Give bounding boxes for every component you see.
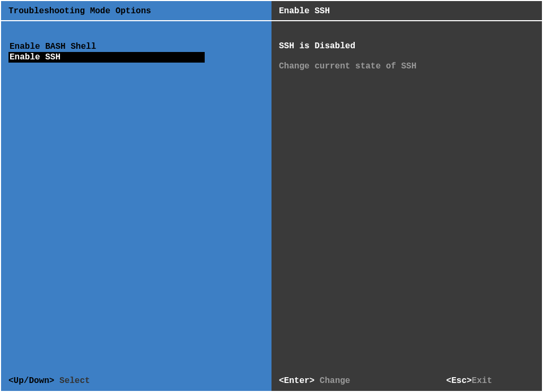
menu-item-bash[interactable]: Enable BASH Shell <box>8 41 205 52</box>
updown-action: Select <box>54 376 90 386</box>
esc-key: <Esc> <box>446 376 472 386</box>
updown-key: <Up/Down> <box>8 376 54 386</box>
ssh-description: Change current state of SSH <box>279 62 535 71</box>
enter-action: Change <box>314 376 350 386</box>
right-panel-body: SSH is Disabled Change current state of … <box>272 21 542 391</box>
right-footer: <Enter> Change <Esc>Exit <box>279 376 535 386</box>
enter-key: <Enter> <box>279 376 314 386</box>
right-panel-title: Enable SSH <box>272 1 542 21</box>
left-panel-body: Enable BASH Shell Enable SSH <box>1 21 272 391</box>
right-panel: Enable SSH SSH is Disabled Change curren… <box>272 1 542 391</box>
left-panel-title: Troubleshooting Mode Options <box>1 1 272 21</box>
ssh-status: SSH is Disabled <box>279 41 535 51</box>
left-footer: <Up/Down> Select <box>8 376 264 386</box>
left-panel: Troubleshooting Mode Options Enable BASH… <box>1 1 272 391</box>
menu-item-ssh[interactable]: Enable SSH <box>8 52 205 63</box>
enter-hint: <Enter> Change <box>279 376 350 386</box>
main-container: Troubleshooting Mode Options Enable BASH… <box>0 0 543 392</box>
esc-hint: <Esc>Exit <box>446 376 535 386</box>
esc-action: Exit <box>472 376 492 386</box>
updown-hint: <Up/Down> Select <box>8 376 90 386</box>
